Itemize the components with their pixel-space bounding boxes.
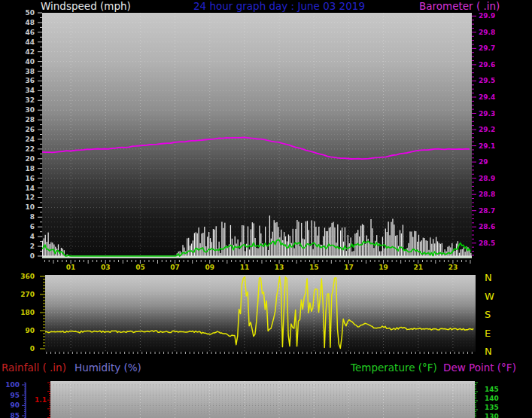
gust-bar	[334, 227, 335, 256]
gust-bar	[339, 249, 339, 257]
gust-bar	[450, 248, 451, 257]
hour-label: 23	[448, 264, 458, 271]
rain-tick-label: 1.1	[35, 396, 47, 404]
gust-bar	[467, 247, 468, 256]
windspeed-tick-label: 34	[25, 87, 35, 94]
barometer-tick-label: 28.5	[479, 240, 495, 247]
plot-background	[42, 13, 472, 256]
direction-tick-label: 270	[20, 291, 35, 298]
hour-label: 01	[66, 264, 76, 271]
hour-label: 15	[309, 264, 319, 271]
barometer-tick-label: 28.7	[479, 207, 495, 215]
gust-bar	[223, 228, 223, 256]
humidity-tick-label: 95	[10, 392, 20, 399]
gust-bar	[420, 242, 421, 256]
windspeed-tick-label: 14	[25, 185, 35, 192]
gust-bar	[230, 225, 231, 256]
barometer-tick-label: 29.3	[479, 110, 495, 117]
gust-bar	[456, 244, 457, 257]
gust-bar	[448, 246, 449, 257]
windspeed-tick-label: 18	[25, 165, 35, 172]
windspeed-tick-label: 46	[25, 29, 35, 36]
barometer-tick-label: 29.4	[479, 93, 495, 101]
gust-bar	[406, 251, 406, 256]
temperature-title: Temperature (°F)	[351, 362, 437, 374]
windspeed-tick-label: 20	[25, 155, 35, 163]
gust-bar	[373, 248, 374, 256]
gust-bar	[275, 223, 276, 256]
gust-bar	[201, 233, 202, 256]
windspeed-tick-label: 48	[25, 19, 35, 26]
gust-bar	[462, 249, 463, 256]
gust-bar	[197, 233, 198, 256]
windspeed-tick-label: 4	[30, 233, 35, 240]
hour-label: 13	[275, 264, 284, 271]
gust-bar	[351, 252, 352, 256]
hour-label: 11	[240, 264, 250, 271]
gust-bar	[245, 252, 245, 257]
gust-bar	[313, 249, 314, 256]
gust-bar	[382, 237, 383, 257]
gust-bar	[41, 240, 41, 256]
gust-bar	[418, 235, 419, 256]
gust-bar	[353, 251, 354, 256]
gust-bar	[394, 224, 394, 256]
gust-bar	[248, 227, 248, 257]
compass-label: W	[485, 291, 494, 302]
windspeed-tick-label: 38	[25, 68, 35, 75]
gust-bar	[327, 231, 328, 256]
gust-bar	[329, 228, 330, 257]
gust-bar	[278, 227, 278, 256]
humidity-tick-label: 90	[10, 401, 20, 409]
gust-bar	[196, 232, 196, 256]
gust-bar	[220, 253, 220, 256]
compass-label: S	[485, 309, 491, 320]
gust-bar	[210, 238, 211, 256]
hour-label: 09	[205, 264, 214, 271]
gust-bar	[365, 244, 366, 256]
gust-bar	[384, 249, 385, 256]
gust-bar	[309, 230, 309, 256]
windspeed-tick-label: 16	[25, 175, 35, 182]
gust-bar	[417, 242, 418, 256]
gust-bar	[239, 249, 239, 256]
gust-bar	[199, 227, 199, 256]
direction-tick-label: 180	[20, 309, 35, 316]
gust-bar	[324, 227, 325, 256]
windspeed-tick-label: 32	[25, 96, 35, 104]
gust-bar	[254, 224, 254, 257]
gust-bar	[287, 242, 287, 257]
gust-bar	[461, 249, 461, 256]
gust-bar	[395, 236, 396, 256]
windspeed-barometer-chart: 0246810121416182022242628303234363840424…	[0, 0, 532, 273]
gust-bar	[251, 229, 251, 256]
gust-bar	[271, 239, 272, 256]
direction-tick-label: 90	[25, 327, 35, 334]
gust-bar	[388, 221, 389, 256]
gust-bar	[293, 229, 293, 256]
gust-bar	[269, 215, 270, 256]
gust-bar	[257, 249, 258, 256]
gust-bar	[415, 231, 416, 256]
humidity-tick-label: 100	[5, 381, 20, 389]
gust-bar	[56, 249, 57, 256]
windspeed-tick-label: 22	[25, 145, 35, 153]
gust-bar	[459, 253, 460, 256]
gust-bar	[184, 248, 184, 256]
barometer-tick-label: 29.9	[479, 12, 495, 20]
compass-label: N	[485, 346, 492, 357]
gust-bar	[298, 221, 299, 256]
barometer-tick-label: 29.6	[479, 61, 495, 69]
gust-bar	[403, 225, 403, 257]
gust-bar	[342, 227, 342, 256]
gust-bar	[451, 243, 452, 256]
gust-bar	[266, 245, 267, 256]
gust-bar	[376, 235, 377, 256]
gust-bar	[202, 233, 203, 256]
barometer-tick-label: 29.2	[479, 126, 495, 133]
gust-bar	[255, 238, 256, 256]
hour-label: 19	[378, 264, 388, 271]
gust-bar	[359, 236, 360, 256]
temperature-tick-label: 140	[485, 395, 499, 402]
gust-bar	[337, 224, 338, 256]
